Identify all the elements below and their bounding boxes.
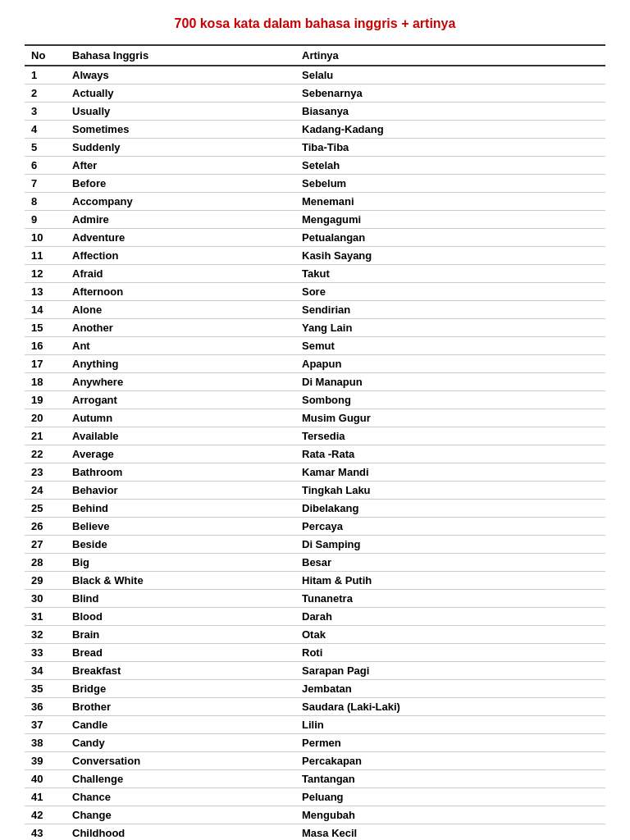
cell-meaning: Biasanya — [295, 103, 605, 121]
cell-meaning: Dibelakang — [295, 500, 605, 518]
table-row: 37CandleLilin — [25, 716, 605, 734]
cell-number: 23 — [25, 463, 66, 482]
table-row: 33BreadRoti — [25, 644, 605, 662]
page-title: 700 kosa kata dalam bahasa inggris + art… — [25, 16, 605, 31]
cell-english: Actually — [66, 84, 295, 103]
table-row: 14AloneSendirian — [25, 301, 605, 319]
cell-number: 22 — [25, 445, 66, 463]
table-row: 34BreakfastSarapan Pagi — [25, 662, 605, 680]
cell-english: Blind — [66, 590, 295, 608]
cell-number: 18 — [25, 373, 66, 391]
cell-number: 28 — [25, 554, 66, 572]
cell-english: Anywhere — [66, 373, 295, 391]
cell-number: 21 — [25, 427, 66, 445]
table-row: 32BrainOtak — [25, 626, 605, 644]
cell-english: Anything — [66, 355, 295, 373]
cell-meaning: Sore — [295, 283, 605, 301]
cell-english: Challenge — [66, 770, 295, 788]
cell-meaning: Permen — [295, 734, 605, 752]
cell-english: Chance — [66, 788, 295, 806]
table-row: 27BesideDi Samping — [25, 536, 605, 554]
cell-number: 37 — [25, 716, 66, 734]
cell-english: Available — [66, 427, 295, 445]
cell-meaning: Peluang — [295, 788, 605, 806]
table-row: 15AnotherYang Lain — [25, 319, 605, 337]
cell-english: Affection — [66, 247, 295, 265]
cell-number: 17 — [25, 355, 66, 373]
cell-english: Ant — [66, 337, 295, 355]
cell-meaning: Percaya — [295, 518, 605, 536]
table-row: 17AnythingApapun — [25, 355, 605, 373]
cell-english: Believe — [66, 518, 295, 536]
cell-meaning: Percakapan — [295, 752, 605, 770]
cell-number: 5 — [25, 139, 66, 157]
cell-meaning: Besar — [295, 554, 605, 572]
cell-number: 10 — [25, 229, 66, 247]
cell-english: Brain — [66, 626, 295, 644]
cell-number: 9 — [25, 211, 66, 229]
table-row: 16AntSemut — [25, 337, 605, 355]
table-row: 24BehaviorTingkah Laku — [25, 482, 605, 500]
cell-english: Brother — [66, 698, 295, 716]
cell-number: 8 — [25, 193, 66, 211]
cell-english: Afraid — [66, 265, 295, 283]
cell-english: Afternoon — [66, 283, 295, 301]
cell-english: Sometimes — [66, 121, 295, 139]
table-row: 5SuddenlyTiba-Tiba — [25, 139, 605, 157]
col-no: No — [25, 45, 66, 66]
cell-meaning: Yang Lain — [295, 319, 605, 337]
cell-number: 33 — [25, 644, 66, 662]
cell-meaning: Tersedia — [295, 427, 605, 445]
cell-meaning: Sarapan Pagi — [295, 662, 605, 680]
cell-english: Before — [66, 175, 295, 193]
table-row: 3UsuallyBiasanya — [25, 103, 605, 121]
cell-english: Candy — [66, 734, 295, 752]
cell-number: 2 — [25, 84, 66, 103]
cell-number: 16 — [25, 337, 66, 355]
cell-english: Change — [66, 806, 295, 824]
cell-meaning: Darah — [295, 608, 605, 626]
cell-english: Suddenly — [66, 139, 295, 157]
cell-english: Admire — [66, 211, 295, 229]
cell-meaning: Otak — [295, 626, 605, 644]
table-row: 40ChallengeTantangan — [25, 770, 605, 788]
table-row: 30BlindTunanetra — [25, 590, 605, 608]
cell-number: 12 — [25, 265, 66, 283]
cell-english: Bread — [66, 644, 295, 662]
cell-english: Another — [66, 319, 295, 337]
cell-number: 26 — [25, 518, 66, 536]
table-row: 7BeforeSebelum — [25, 175, 605, 193]
cell-number: 1 — [25, 66, 66, 84]
cell-meaning: Saudara (Laki-Laki) — [295, 698, 605, 716]
cell-english: Bathroom — [66, 463, 295, 482]
cell-english: Arrogant — [66, 391, 295, 409]
table-row: 1AlwaysSelalu — [25, 66, 605, 84]
cell-english: Autumn — [66, 409, 295, 427]
cell-number: 29 — [25, 572, 66, 590]
cell-meaning: Setelah — [295, 157, 605, 175]
cell-meaning: Petualangan — [295, 229, 605, 247]
cell-english: Always — [66, 66, 295, 84]
cell-number: 25 — [25, 500, 66, 518]
cell-meaning: Sombong — [295, 391, 605, 409]
cell-meaning: Jembatan — [295, 680, 605, 698]
cell-english: Bridge — [66, 680, 295, 698]
cell-meaning: Tantangan — [295, 770, 605, 788]
cell-meaning: Kasih Sayang — [295, 247, 605, 265]
cell-number: 6 — [25, 157, 66, 175]
cell-meaning: Tunanetra — [295, 590, 605, 608]
cell-number: 36 — [25, 698, 66, 716]
cell-number: 14 — [25, 301, 66, 319]
cell-meaning: Mengubah — [295, 806, 605, 824]
cell-meaning: Semut — [295, 337, 605, 355]
cell-english: Behind — [66, 500, 295, 518]
table-body: 1AlwaysSelalu2ActuallySebenarnya3Usually… — [25, 66, 605, 840]
table-row: 31BloodDarah — [25, 608, 605, 626]
cell-english: Black & White — [66, 572, 295, 590]
table-row: 21AvailableTersedia — [25, 427, 605, 445]
table-row: 9AdmireMengagumi — [25, 211, 605, 229]
cell-meaning: Masa Kecil — [295, 824, 605, 841]
table-row: 29Black & WhiteHitam & Putih — [25, 572, 605, 590]
table-row: 26BelievePercaya — [25, 518, 605, 536]
cell-meaning: Tingkah Laku — [295, 482, 605, 500]
